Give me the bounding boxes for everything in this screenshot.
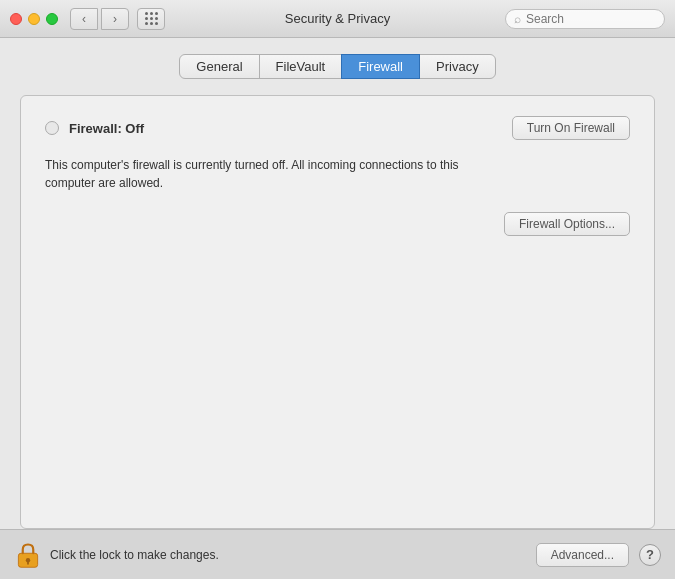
lock-text: Click the lock to make changes. xyxy=(50,548,219,562)
back-button[interactable]: ‹ xyxy=(70,8,98,30)
content-area: General FileVault Firewall Privacy Firew… xyxy=(0,38,675,529)
firewall-options-button[interactable]: Firewall Options... xyxy=(504,212,630,236)
tab-firewall[interactable]: Firewall xyxy=(341,54,420,79)
traffic-lights xyxy=(10,13,58,25)
help-button[interactable]: ? xyxy=(639,544,661,566)
close-button[interactable] xyxy=(10,13,22,25)
tab-bar: General FileVault Firewall Privacy xyxy=(20,54,655,79)
tab-filevault[interactable]: FileVault xyxy=(259,54,343,79)
grid-icon xyxy=(145,12,158,25)
firewall-description: This computer's firewall is currently tu… xyxy=(45,156,505,192)
forward-button[interactable]: › xyxy=(101,8,129,30)
nav-buttons: ‹ › xyxy=(70,8,129,30)
minimize-button[interactable] xyxy=(28,13,40,25)
turn-on-firewall-button[interactable]: Turn On Firewall xyxy=(512,116,630,140)
firewall-status-label: Firewall: Off xyxy=(69,121,512,136)
firewall-panel: Firewall: Off Turn On Firewall This comp… xyxy=(20,95,655,529)
advanced-button[interactable]: Advanced... xyxy=(536,543,629,567)
maximize-button[interactable] xyxy=(46,13,58,25)
tab-general[interactable]: General xyxy=(179,54,259,79)
window-title: Security & Privacy xyxy=(285,11,390,26)
search-bar[interactable]: ⌕ xyxy=(505,9,665,29)
grid-view-button[interactable] xyxy=(137,8,165,30)
firewall-status-row: Firewall: Off Turn On Firewall xyxy=(45,116,630,140)
bottom-bar: Click the lock to make changes. Advanced… xyxy=(0,529,675,579)
lock-icon[interactable] xyxy=(14,541,42,569)
bottom-right-controls: Advanced... ? xyxy=(536,543,661,567)
firewall-radio-indicator xyxy=(45,121,59,135)
tab-privacy[interactable]: Privacy xyxy=(419,54,496,79)
titlebar: ‹ › Security & Privacy ⌕ xyxy=(0,0,675,38)
search-input[interactable] xyxy=(526,12,656,26)
svg-rect-2 xyxy=(27,561,29,565)
search-icon: ⌕ xyxy=(514,12,521,26)
